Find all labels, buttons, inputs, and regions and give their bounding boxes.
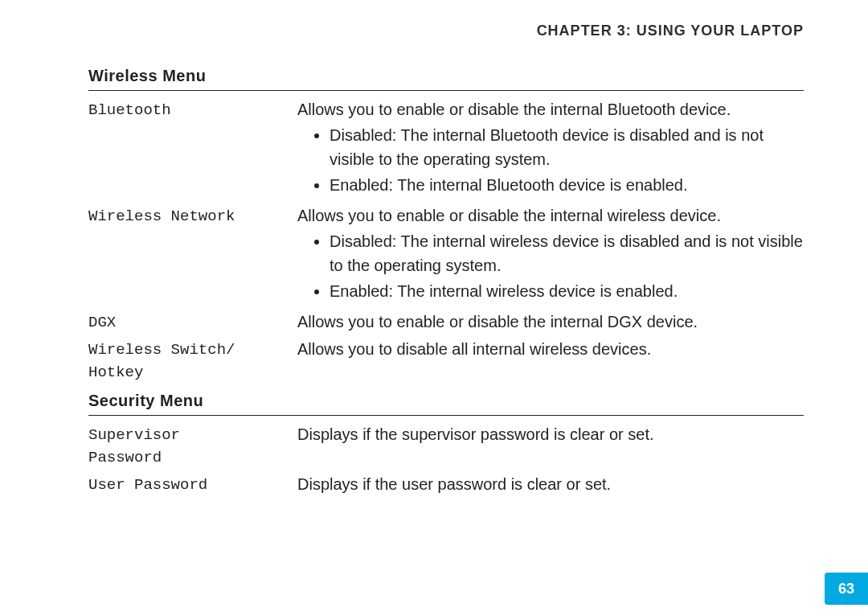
- setting-description: Allows you to enable or disable the inte…: [297, 97, 804, 200]
- setting-label: DGX: [88, 310, 297, 334]
- setting-description: Allows you to enable or disable the inte…: [297, 203, 804, 306]
- list-item: Enabled: The internal wireless device is…: [330, 279, 804, 303]
- desc-text: Allows you to disable all internal wirel…: [297, 337, 804, 361]
- table-row: Bluetooth Allows you to enable or disabl…: [88, 97, 804, 200]
- document-page: CHAPTER 3: USING YOUR LAPTOP Wireless Me…: [0, 0, 868, 616]
- desc-text: Displays if the supervisor password is c…: [297, 422, 804, 446]
- table-row: Supervisor Password Displays if the supe…: [88, 422, 804, 469]
- list-item: Disabled: The internal wireless device i…: [330, 229, 804, 277]
- desc-text: Displays if the user password is clear o…: [297, 472, 804, 496]
- list-item: Disabled: The internal Bluetooth device …: [330, 123, 804, 171]
- setting-label: Wireless Network: [88, 203, 297, 228]
- section-title-wireless: Wireless Menu: [88, 67, 804, 91]
- setting-label: Bluetooth: [88, 97, 297, 121]
- setting-description: Displays if the supervisor password is c…: [297, 422, 804, 446]
- table-row: Wireless Switch/ Hotkey Allows you to di…: [88, 337, 804, 384]
- setting-label: Supervisor Password: [88, 422, 297, 469]
- page-number-tab: 63: [825, 573, 868, 605]
- table-row: User Password Displays if the user passw…: [88, 472, 804, 496]
- section-title-security: Security Menu: [88, 392, 804, 416]
- setting-description: Allows you to disable all internal wirel…: [297, 337, 804, 361]
- table-row: DGX Allows you to enable or disable the …: [88, 310, 804, 334]
- section-content-wireless: Bluetooth Allows you to enable or disabl…: [88, 97, 804, 384]
- setting-description: Allows you to enable or disable the inte…: [297, 310, 804, 334]
- desc-text: Allows you to enable or disable the inte…: [297, 97, 804, 121]
- section-content-security: Supervisor Password Displays if the supe…: [88, 422, 804, 496]
- desc-text: Allows you to enable or disable the inte…: [297, 310, 804, 334]
- list-item: Enabled: The internal Bluetooth device i…: [330, 173, 804, 197]
- table-row: Wireless Network Allows you to enable or…: [88, 203, 804, 306]
- setting-label: User Password: [88, 472, 297, 496]
- desc-text: Allows you to enable or disable the inte…: [297, 203, 804, 228]
- chapter-header: CHAPTER 3: USING YOUR LAPTOP: [88, 23, 804, 39]
- setting-description: Displays if the user password is clear o…: [297, 472, 804, 496]
- setting-label: Wireless Switch/ Hotkey: [88, 337, 297, 384]
